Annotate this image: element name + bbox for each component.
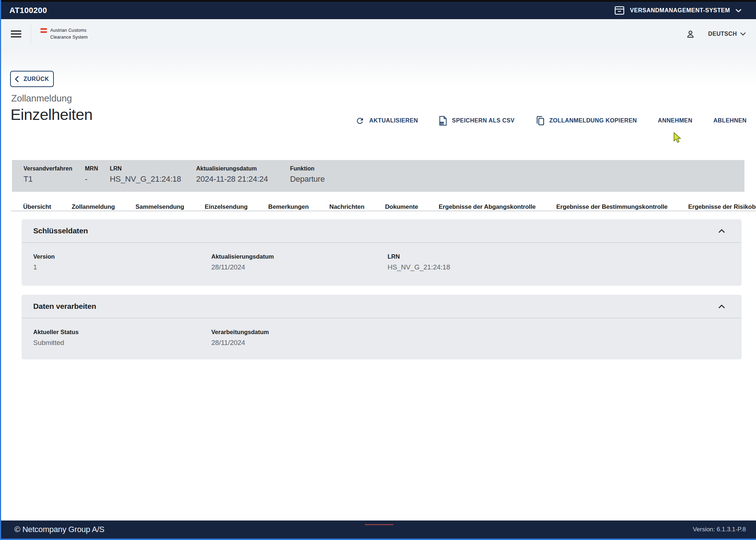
chevron-up-icon xyxy=(718,229,725,233)
summary-label: Funktion xyxy=(290,165,325,172)
field-aktualisierungsdatum: Aktualisierungsdatum 28/11/2024 xyxy=(211,253,274,271)
system-switcher-button[interactable]: VERSANDMANAGEMENT-SYSTEM xyxy=(614,6,742,15)
panel-title: Daten verarbeiten xyxy=(33,302,96,311)
logo-line-1: Austrian Customs xyxy=(50,27,88,34)
panel-body: Version 1 Aktualisierungsdatum 28/11/202… xyxy=(22,243,742,286)
app-logo-text: Austrian Customs Clearance System xyxy=(50,27,88,41)
action-toolbar: AKTUALISIEREN csv SPEICHERN ALS CSV ZOL xyxy=(355,112,747,129)
window-edge-left xyxy=(0,0,1,540)
chevron-up-icon xyxy=(718,304,725,308)
hamburger-icon xyxy=(11,30,21,38)
tab-ergebnisse-abgangskontrolle[interactable]: Ergebnisse der Abgangskontrolle xyxy=(439,203,536,211)
summary-col-aktualisierungsdatum: Aktualisierungsdatum 2024-11-28 21:24:24 xyxy=(196,165,290,192)
footer: © Netcompany Group A/S Version: 6.1.3.1-… xyxy=(0,520,756,539)
summary-label: MRN xyxy=(85,165,110,172)
accept-button[interactable]: ANNEHMEN xyxy=(658,117,692,124)
field-label: LRN xyxy=(388,253,450,260)
field-label: Aktueller Status xyxy=(33,329,79,336)
field-label: Verarbeitungsdatum xyxy=(211,329,269,336)
summary-value: 2024-11-28 21:24:24 xyxy=(196,174,290,184)
field-label: Version xyxy=(33,253,55,260)
field-label: Aktualisierungsdatum xyxy=(211,253,274,260)
chevron-down-icon xyxy=(735,9,742,13)
refresh-button-label: AKTUALISIEREN xyxy=(369,117,418,124)
panel-daten-verarbeiten: Daten verarbeiten Aktueller Status Submi… xyxy=(22,295,742,359)
user-account-button[interactable] xyxy=(686,29,695,39)
panel-schluesseldaten: Schlüsseldaten Version 1 Aktualisierungs… xyxy=(22,219,742,286)
panel-title: Schlüsseldaten xyxy=(33,226,88,235)
copy-declaration-button[interactable]: ZOLLANMELDUNG KOPIEREN xyxy=(536,116,637,126)
field-aktueller-status: Aktueller Status Submitted xyxy=(33,329,79,347)
summary-value: HS_NV_G_21:24:18 xyxy=(110,174,196,184)
tab-bar: Übersicht Zollanmeldung Sammelsendung Ei… xyxy=(11,199,756,211)
language-label: DEUTSCH xyxy=(708,31,737,37)
person-icon xyxy=(686,29,695,39)
summary-label: LRN xyxy=(110,165,196,172)
window-edge-top xyxy=(0,0,756,2)
app-bar-right: DEUTSCH xyxy=(686,29,747,39)
refresh-icon xyxy=(355,116,364,125)
field-version: Version 1 xyxy=(33,253,55,271)
reject-button-label: ABLEHNEN xyxy=(713,117,747,124)
language-selector[interactable]: DEUTSCH xyxy=(708,31,746,37)
tab-sammelsendung[interactable]: Sammelsendung xyxy=(135,203,184,211)
summary-col-lrn: LRN HS_NV_G_21:24:18 xyxy=(110,165,196,192)
app-bar-divider xyxy=(31,23,31,44)
top-bar: AT100200 VERSANDMANAGEMENT-SYSTEM xyxy=(0,2,756,19)
panel-header: Schlüsseldaten xyxy=(22,219,742,243)
field-value: HS_NV_G_21:24:18 xyxy=(388,263,450,271)
collapse-panel-button[interactable] xyxy=(717,303,726,310)
copy-declaration-button-label: ZOLLANMELDUNG KOPIEREN xyxy=(549,117,637,124)
header-shadow xyxy=(0,49,756,87)
tab-bemerkungen[interactable]: Bemerkungen xyxy=(268,203,309,211)
app-logo: Austrian Customs Clearance System xyxy=(40,27,88,41)
summary-value: T1 xyxy=(23,174,85,184)
footer-copyright: © Netcompany Group A/S xyxy=(14,525,104,534)
tab-dokumente[interactable]: Dokumente xyxy=(385,203,418,211)
window-edge-bottom xyxy=(0,539,756,540)
chevron-down-icon xyxy=(740,32,746,36)
app-bar-left: Austrian Customs Clearance System xyxy=(9,19,88,49)
austrian-flag-icon xyxy=(40,28,47,33)
summary-label: Aktualisierungsdatum xyxy=(196,165,290,172)
panel-body: Aktueller Status Submitted Verarbeitungs… xyxy=(22,318,742,359)
menu-button[interactable] xyxy=(9,27,23,40)
reject-button[interactable]: ABLEHNEN xyxy=(713,117,747,124)
field-value: 28/11/2024 xyxy=(211,339,269,347)
summary-col-mrn: MRN - xyxy=(85,165,110,192)
field-value: Submitted xyxy=(33,339,79,347)
summary-col-versandverfahren: Versandverfahren T1 xyxy=(23,165,85,192)
field-value: 28/11/2024 xyxy=(211,263,274,271)
chevron-left-icon xyxy=(15,76,19,82)
summary-col-funktion: Funktion Departure xyxy=(290,165,325,192)
app-bar: Austrian Customs Clearance System DEUTSC… xyxy=(0,19,756,49)
footer-accent-line xyxy=(365,524,393,525)
tab-ergebnisse-bestimmungskontrolle[interactable]: Ergebnisse der Bestimmungskontrolle xyxy=(556,203,668,211)
logo-line-2: Clearance System xyxy=(50,34,88,41)
system-switcher-label: VERSANDMANAGEMENT-SYSTEM xyxy=(630,7,730,14)
collapse-panel-button[interactable] xyxy=(717,228,726,234)
refresh-button[interactable]: AKTUALISIEREN xyxy=(355,116,418,125)
svg-text:csv: csv xyxy=(440,122,444,124)
save-csv-button-label: SPEICHERN ALS CSV xyxy=(452,117,514,124)
page-subtitle: Zollanmeldung xyxy=(11,93,72,104)
summary-label: Versandverfahren xyxy=(23,165,85,172)
field-verarbeitungsdatum: Verarbeitungsdatum 28/11/2024 xyxy=(211,329,269,347)
declaration-summary-bar: Versandverfahren T1 MRN - LRN HS_NV_G_21… xyxy=(12,160,744,192)
summary-value: Departure xyxy=(290,174,325,184)
save-csv-button[interactable]: csv SPEICHERN ALS CSV xyxy=(439,116,514,126)
tab-einzelsendung[interactable]: Einzelsendung xyxy=(205,203,248,211)
csv-file-icon: csv xyxy=(439,116,447,126)
tab-uebersicht[interactable]: Übersicht xyxy=(23,203,51,211)
back-button[interactable]: ZURÜCK xyxy=(10,71,54,87)
panel-header: Daten verarbeiten xyxy=(22,295,742,318)
tab-zollanmeldung[interactable]: Zollanmeldung xyxy=(72,203,115,211)
archive-box-icon xyxy=(614,6,625,15)
field-value: 1 xyxy=(33,263,55,271)
tab-nachrichten[interactable]: Nachrichten xyxy=(329,203,364,211)
tab-ergebnisse-risikobewertung[interactable]: Ergebnisse der Risikobew xyxy=(688,203,756,211)
page-title: Einzelheiten xyxy=(10,106,92,124)
mouse-cursor xyxy=(673,132,683,146)
field-lrn: LRN HS_NV_G_21:24:18 xyxy=(388,253,450,271)
footer-version: Version: 6.1.3.1-P.8 xyxy=(693,526,746,533)
